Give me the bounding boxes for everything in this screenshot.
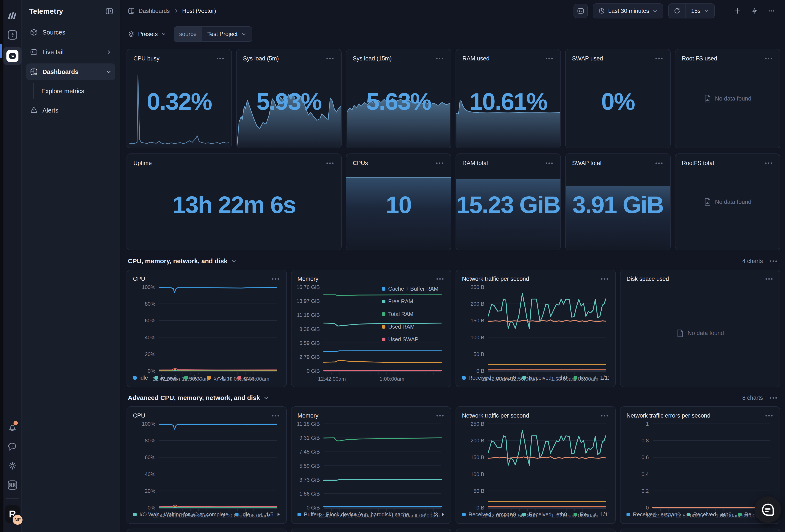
section-menu-icon[interactable] — [768, 396, 778, 400]
card-menu-icon[interactable] — [435, 57, 445, 61]
card-title: CPU — [133, 413, 145, 419]
user-avatar-badge[interactable]: NF — [12, 514, 23, 526]
chevron-down-icon — [704, 8, 709, 14]
section-menu-icon[interactable] — [768, 259, 778, 263]
legend-item[interactable]: Received - eth0 — [522, 375, 567, 381]
legend-item[interactable]: Received - erspan0 — [627, 511, 680, 517]
svg-text:2.79 GiB: 2.79 GiB — [299, 354, 320, 360]
card-menu-icon[interactable] — [271, 414, 280, 418]
add-panel-button[interactable] — [731, 5, 743, 17]
svg-text:11.18 GiB: 11.18 GiB — [298, 312, 320, 318]
presets-dropdown[interactable]: Presets — [128, 31, 166, 37]
card-menu-icon[interactable] — [764, 57, 774, 61]
legend-pager[interactable]: 1/11 — [593, 375, 609, 381]
section-header-advanced[interactable]: Advanced CPU, memory, network, and disk … — [128, 394, 778, 402]
notifications-button[interactable] — [5, 420, 20, 435]
card-menu-icon[interactable] — [325, 161, 335, 165]
sidebar-item-dashboards[interactable]: Dashboards — [26, 63, 116, 80]
card-title: Sys load (15m) — [353, 55, 392, 62]
legend-item[interactable]: Used SWAP — [382, 336, 445, 343]
source-filter[interactable]: source Test Project — [174, 26, 252, 42]
card-menu-icon[interactable] — [435, 161, 445, 165]
legend-item[interactable]: Total RAM — [382, 311, 445, 317]
page-prev-icon[interactable] — [424, 512, 427, 516]
legend-item[interactable]: system — [207, 375, 231, 381]
svg-text:200 B: 200 B — [471, 438, 484, 444]
command-menu-button[interactable] — [5, 478, 20, 493]
main-content: Dashboards Host (Vector) Last 30 minutes — [121, 0, 785, 532]
telemetry-rail-button-active[interactable] — [3, 47, 22, 65]
sidebar-item-alerts[interactable]: Alerts — [26, 102, 116, 119]
card-menu-icon[interactable] — [545, 57, 554, 61]
quick-actions-button[interactable] — [749, 5, 761, 17]
section-header-basic[interactable]: CPU, memory, network, and disk 4 charts — [128, 257, 778, 265]
collapse-sidebar-icon[interactable] — [105, 7, 114, 16]
dashboards-icon — [30, 68, 38, 76]
page-next-icon[interactable] — [277, 512, 280, 516]
svg-text:1: 1 — [646, 421, 649, 427]
sidebar-item-explore-metrics[interactable]: Explore metrics — [42, 85, 116, 97]
refresh-interval-select[interactable]: 15s — [685, 4, 714, 18]
card-menu-icon[interactable] — [654, 161, 664, 165]
alert-triangle-icon — [30, 107, 38, 114]
legend-item[interactable]: Cache + Buffer RAM — [382, 286, 445, 292]
sidebar-item-sources[interactable]: Sources — [26, 24, 116, 41]
card-menu-icon[interactable] — [325, 57, 335, 61]
card-menu-icon[interactable] — [435, 414, 445, 418]
legend-item[interactable]: Re — [574, 511, 587, 517]
legend-item[interactable]: idle — [133, 375, 148, 381]
more-options-button[interactable] — [766, 5, 778, 17]
card-menu-icon[interactable] — [600, 414, 609, 418]
partial-card — [291, 529, 451, 532]
legend-pager[interactable]: 1/3 — [424, 511, 445, 517]
tv-mode-button[interactable] — [574, 4, 588, 18]
legend-pager[interactable]: 1/11 — [593, 511, 609, 517]
card-menu-icon[interactable] — [764, 414, 774, 418]
breadcrumb-current: Host (Vector) — [182, 8, 216, 15]
legend-item[interactable]: Received - erspan0 — [462, 375, 516, 381]
card-menu-icon[interactable] — [271, 277, 280, 281]
legend-item[interactable]: nice — [184, 375, 201, 381]
legend-item[interactable]: user — [237, 375, 255, 381]
time-range-picker[interactable]: Last 30 minutes — [593, 3, 663, 19]
stat-card-cpu-busy: CPU busy 0.32% — [127, 49, 232, 148]
legend-pager[interactable]: 1/5 — [259, 511, 280, 517]
legend-item[interactable]: I/O Wait - Waiting for I/O to complete — [133, 511, 228, 517]
page-prev-icon[interactable] — [593, 375, 597, 380]
card-menu-icon[interactable] — [545, 161, 554, 165]
sources-rail-button[interactable] — [5, 27, 20, 43]
breadcrumb-root[interactable]: Dashboards — [138, 8, 170, 15]
card-menu-icon[interactable] — [764, 161, 774, 165]
workspace-button[interactable]: R NF — [5, 504, 20, 524]
legend-item[interactable]: Received - erspan0 — [462, 511, 516, 517]
legend-item[interactable]: Used RAM — [382, 324, 445, 330]
legend-item[interactable]: io_wait — [154, 375, 178, 381]
card-menu-icon[interactable] — [600, 277, 609, 281]
card-title: Disk space used — [627, 276, 669, 282]
card-menu-icon[interactable] — [216, 57, 225, 61]
legend-item[interactable]: Received - eth0 — [687, 511, 732, 517]
chat-support-button[interactable] — [5, 439, 20, 454]
sidebar-item-live-tail[interactable]: Live tail — [26, 44, 116, 60]
legend-item[interactable]: Received - eth0 — [522, 511, 567, 517]
card-menu-icon[interactable] — [654, 57, 664, 61]
page-prev-icon[interactable] — [259, 512, 262, 516]
chevron-down-icon — [653, 8, 658, 14]
legend-item[interactable]: Buffers - Block device (e.g. harddisk) c… — [298, 511, 409, 517]
app-logo[interactable] — [5, 8, 20, 23]
adv-memory-legend: Buffers - Block device (e.g. harddisk) c… — [298, 509, 445, 520]
legend-item[interactable]: Re — [574, 375, 587, 381]
card-menu-icon[interactable] — [764, 277, 774, 281]
page-prev-icon[interactable] — [593, 512, 597, 516]
stat-card-rootfs-total: RootFS total No data found — [675, 154, 780, 250]
card-menu-icon[interactable] — [435, 277, 445, 281]
legend-item[interactable]: Re — [738, 511, 752, 517]
theme-toggle-button[interactable] — [5, 458, 20, 473]
support-chat-button[interactable] — [755, 497, 781, 523]
refresh-button[interactable] — [669, 4, 685, 18]
chevron-down-icon — [106, 69, 111, 75]
legend-item[interactable]: Idle — [235, 511, 250, 517]
page-next-icon[interactable] — [441, 512, 445, 516]
legend-item[interactable]: Free RAM — [382, 298, 445, 304]
command-icon — [7, 480, 18, 490]
